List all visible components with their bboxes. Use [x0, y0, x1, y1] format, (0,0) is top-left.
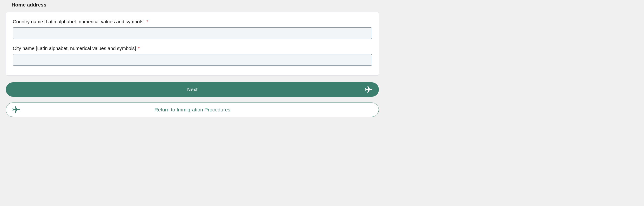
- city-input[interactable]: [13, 54, 372, 66]
- city-label: City name [Latin alphabet, numerical val…: [13, 46, 372, 51]
- home-address-card: Country name [Latin alphabet, numerical …: [6, 12, 379, 76]
- country-input[interactable]: [13, 27, 372, 39]
- city-label-text: City name [Latin alphabet, numerical val…: [13, 46, 136, 51]
- country-required-asterisk: *: [146, 19, 148, 24]
- city-required-asterisk: *: [138, 46, 140, 51]
- country-field-group: Country name [Latin alphabet, numerical …: [13, 19, 372, 39]
- airplane-left-icon: [12, 105, 20, 114]
- return-button-label: Return to Immigration Procedures: [154, 107, 230, 113]
- return-button[interactable]: Return to Immigration Procedures: [6, 103, 379, 117]
- right-empty-panel: [379, 0, 638, 123]
- section-title: Home address: [12, 0, 379, 8]
- city-field-group: City name [Latin alphabet, numerical val…: [13, 46, 372, 66]
- next-button-label: Next: [187, 87, 198, 92]
- country-label-text: Country name [Latin alphabet, numerical …: [13, 19, 144, 24]
- airplane-right-icon: [364, 85, 373, 94]
- country-label: Country name [Latin alphabet, numerical …: [13, 19, 372, 24]
- next-button[interactable]: Next: [6, 82, 379, 97]
